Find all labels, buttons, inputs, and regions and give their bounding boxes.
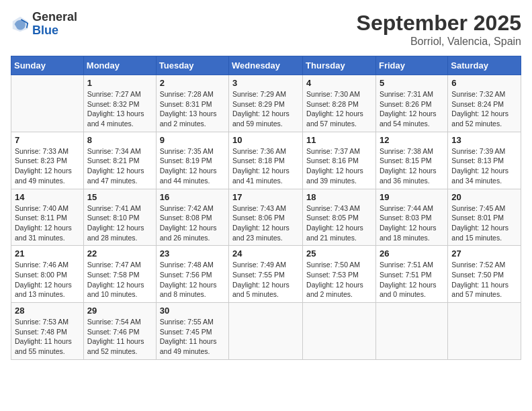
day-info: Sunrise: 7:44 AMSunset: 8:03 PMDaylight:… [380,203,444,243]
day-number: 29 [87,306,152,316]
calendar-cell: 17Sunrise: 7:43 AMSunset: 8:06 PMDayligh… [229,189,303,246]
day-info: Sunrise: 7:33 AMSunset: 8:23 PMDaylight:… [15,146,80,186]
calendar-cell [448,303,521,360]
calendar-cell: 9Sunrise: 7:35 AMSunset: 8:19 PMDaylight… [156,132,228,189]
calendar-cell: 11Sunrise: 7:37 AMSunset: 8:16 PMDayligh… [303,132,376,189]
day-info: Sunrise: 7:41 AMSunset: 8:10 PMDaylight:… [87,203,152,243]
day-number: 28 [15,306,80,316]
day-number: 15 [87,192,152,202]
logo-general: General [32,11,77,24]
day-info: Sunrise: 7:39 AMSunset: 8:13 PMDaylight:… [451,146,517,186]
logo-icon [11,15,30,34]
day-info: Sunrise: 7:27 AMSunset: 8:32 PMDaylight:… [87,89,152,129]
calendar-cell: 23Sunrise: 7:48 AMSunset: 7:56 PMDayligh… [156,246,228,303]
day-number: 5 [380,78,444,88]
day-info: Sunrise: 7:43 AMSunset: 8:05 PMDaylight:… [306,203,372,243]
day-number: 8 [87,135,152,145]
header-day-sunday: Sunday [11,56,84,75]
calendar-cell: 20Sunrise: 7:45 AMSunset: 8:01 PMDayligh… [448,189,521,246]
day-info: Sunrise: 7:29 AMSunset: 8:29 PMDaylight:… [232,89,299,129]
day-info: Sunrise: 7:32 AMSunset: 8:24 PMDaylight:… [451,89,517,129]
logo-text: General Blue [32,11,77,38]
day-number: 13 [451,135,517,145]
day-number: 11 [306,135,372,145]
calendar-cell: 25Sunrise: 7:50 AMSunset: 7:53 PMDayligh… [303,246,376,303]
day-number: 20 [451,192,517,202]
day-number: 3 [232,78,299,88]
day-info: Sunrise: 7:38 AMSunset: 8:15 PMDaylight:… [380,146,444,186]
calendar-cell: 18Sunrise: 7:43 AMSunset: 8:05 PMDayligh… [303,189,376,246]
calendar-cell: 4Sunrise: 7:30 AMSunset: 8:28 PMDaylight… [303,75,376,132]
logo-blue: Blue [32,24,77,38]
day-number: 19 [380,192,444,202]
day-number: 10 [232,135,299,145]
day-info: Sunrise: 7:40 AMSunset: 8:11 PMDaylight:… [15,203,80,243]
header: General Blue September 2025 Borriol, Val… [11,11,521,48]
day-info: Sunrise: 7:46 AMSunset: 8:00 PMDaylight:… [15,260,80,300]
calendar-cell: 2Sunrise: 7:28 AMSunset: 8:31 PMDaylight… [156,75,228,132]
calendar-cell: 26Sunrise: 7:51 AMSunset: 7:51 PMDayligh… [375,246,447,303]
day-number: 17 [232,192,299,202]
calendar-cell [303,303,376,360]
calendar-cell: 10Sunrise: 7:36 AMSunset: 8:18 PMDayligh… [229,132,303,189]
header-day-monday: Monday [83,56,156,75]
calendar-cell: 15Sunrise: 7:41 AMSunset: 8:10 PMDayligh… [83,189,156,246]
day-info: Sunrise: 7:28 AMSunset: 8:31 PMDaylight:… [160,89,225,129]
day-info: Sunrise: 7:36 AMSunset: 8:18 PMDaylight:… [232,146,299,186]
calendar-cell: 5Sunrise: 7:31 AMSunset: 8:26 PMDaylight… [375,75,447,132]
calendar-cell: 14Sunrise: 7:40 AMSunset: 8:11 PMDayligh… [11,189,84,246]
month-title: September 2025 [357,11,521,36]
day-number: 12 [380,135,444,145]
week-row-1: 7Sunrise: 7:33 AMSunset: 8:23 PMDaylight… [11,132,521,189]
day-number: 1 [87,78,152,88]
day-info: Sunrise: 7:47 AMSunset: 7:58 PMDaylight:… [87,260,152,300]
calendar-cell: 7Sunrise: 7:33 AMSunset: 8:23 PMDaylight… [11,132,84,189]
header-day-wednesday: Wednesday [229,56,303,75]
day-number: 26 [380,248,444,259]
calendar-cell: 28Sunrise: 7:53 AMSunset: 7:48 PMDayligh… [11,303,84,360]
day-info: Sunrise: 7:34 AMSunset: 8:21 PMDaylight:… [87,146,152,186]
header-row: SundayMondayTuesdayWednesdayThursdayFrid… [11,56,521,75]
calendar-cell: 27Sunrise: 7:52 AMSunset: 7:50 PMDayligh… [448,246,521,303]
day-number: 23 [160,248,225,259]
header-day-friday: Friday [375,56,447,75]
day-number: 7 [15,135,80,145]
day-info: Sunrise: 7:51 AMSunset: 7:51 PMDaylight:… [380,260,444,300]
logo: General Blue [11,11,77,38]
calendar-cell: 24Sunrise: 7:49 AMSunset: 7:55 PMDayligh… [229,246,303,303]
location: Borriol, Valencia, Spain [357,36,521,48]
day-info: Sunrise: 7:37 AMSunset: 8:16 PMDaylight:… [306,146,372,186]
calendar-cell: 30Sunrise: 7:55 AMSunset: 7:45 PMDayligh… [156,303,228,360]
day-info: Sunrise: 7:45 AMSunset: 8:01 PMDaylight:… [451,203,517,243]
calendar-cell: 19Sunrise: 7:44 AMSunset: 8:03 PMDayligh… [375,189,447,246]
day-number: 2 [160,78,225,88]
header-day-tuesday: Tuesday [156,56,228,75]
day-info: Sunrise: 7:55 AMSunset: 7:45 PMDaylight:… [160,317,225,357]
day-info: Sunrise: 7:53 AMSunset: 7:48 PMDaylight:… [15,317,80,357]
calendar-cell: 6Sunrise: 7:32 AMSunset: 8:24 PMDaylight… [448,75,521,132]
calendar-cell: 8Sunrise: 7:34 AMSunset: 8:21 PMDaylight… [83,132,156,189]
week-row-0: 1Sunrise: 7:27 AMSunset: 8:32 PMDaylight… [11,75,521,132]
header-day-thursday: Thursday [303,56,376,75]
day-info: Sunrise: 7:48 AMSunset: 7:56 PMDaylight:… [160,260,225,300]
calendar-cell: 12Sunrise: 7:38 AMSunset: 8:15 PMDayligh… [375,132,447,189]
calendar-cell: 21Sunrise: 7:46 AMSunset: 8:00 PMDayligh… [11,246,84,303]
day-number: 18 [306,192,372,202]
day-info: Sunrise: 7:30 AMSunset: 8:28 PMDaylight:… [306,89,372,129]
day-number: 27 [451,248,517,259]
calendar-body: 1Sunrise: 7:27 AMSunset: 8:32 PMDaylight… [11,75,521,360]
calendar-cell [375,303,447,360]
calendar-cell: 13Sunrise: 7:39 AMSunset: 8:13 PMDayligh… [448,132,521,189]
day-number: 24 [232,248,299,259]
day-info: Sunrise: 7:31 AMSunset: 8:26 PMDaylight:… [380,89,444,129]
calendar-cell: 22Sunrise: 7:47 AMSunset: 7:58 PMDayligh… [83,246,156,303]
calendar-cell [11,75,84,132]
week-row-2: 14Sunrise: 7:40 AMSunset: 8:11 PMDayligh… [11,189,521,246]
day-info: Sunrise: 7:52 AMSunset: 7:50 PMDaylight:… [451,260,517,300]
day-number: 25 [306,248,372,259]
calendar-cell [229,303,303,360]
day-number: 16 [160,192,225,202]
week-row-3: 21Sunrise: 7:46 AMSunset: 8:00 PMDayligh… [11,246,521,303]
day-number: 9 [160,135,225,145]
calendar-header: SundayMondayTuesdayWednesdayThursdayFrid… [11,56,521,75]
